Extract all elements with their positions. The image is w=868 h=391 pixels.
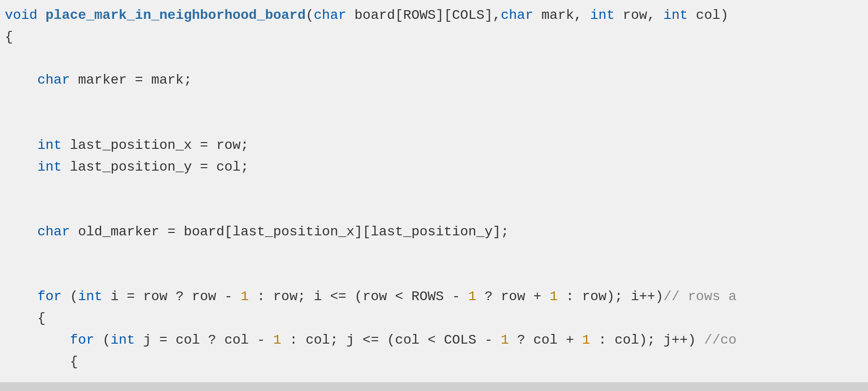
token-plain [5, 138, 37, 153]
token-cm: //co [704, 333, 736, 348]
token-plain: : col; j <= (col < COLS - [281, 333, 501, 348]
code-line-11: char old_marker = board[last_position_x]… [0, 221, 868, 243]
code-editor: void place_mark_in_neighborhood_board(ch… [0, 0, 868, 391]
token-plain: i = row ? row - [103, 289, 241, 304]
token-plain [5, 72, 37, 87]
code-line-8: int last_position_y = col; [0, 157, 868, 178]
token-plain: last_position_y = col; [62, 159, 249, 174]
token-plain: row, [614, 8, 663, 23]
code-line-14: for (int i = row ? row - 1 : row; i <= (… [0, 286, 868, 308]
code-line-13 [0, 265, 868, 287]
code-line-12 [0, 243, 868, 265]
token-kw: int [37, 159, 61, 174]
code-line-6 [0, 113, 868, 135]
token-plain: { [5, 311, 45, 326]
token-plain [5, 333, 70, 348]
token-cm: // rows a [663, 289, 736, 304]
horizontal-scrollbar[interactable] [0, 382, 868, 391]
token-kw: int [78, 289, 102, 304]
token-plain: old_marker = board[last_position_x][last… [70, 224, 509, 239]
token-plain: : row; i <= (row < ROWS - [249, 289, 468, 304]
token-kw: char [314, 8, 346, 23]
token-plain [5, 289, 37, 304]
token-plain: ? col + [509, 333, 582, 348]
token-plain: col) [688, 8, 729, 23]
token-kw: char [37, 224, 70, 239]
token-num: 1 [468, 289, 477, 304]
token-plain: : col); j++) [590, 333, 704, 348]
code-line-15: { [0, 308, 868, 330]
token-plain: ( [94, 333, 111, 348]
token-kw: void [5, 8, 37, 23]
token-num: 1 [501, 333, 509, 348]
token-kw: int [590, 8, 614, 23]
token-num: 1 [273, 333, 282, 348]
token-plain: : row); i++) [558, 289, 663, 304]
token-plain: ( [306, 8, 314, 23]
code-line-16: for (int j = col ? col - 1 : col; j <= (… [0, 330, 868, 351]
token-plain: mark, [533, 8, 590, 23]
token-plain: marker = mark; [70, 72, 192, 87]
token-kw: int [110, 333, 135, 348]
token-kw: for [70, 333, 94, 348]
token-num: 1 [550, 289, 558, 304]
token-plain: { [5, 29, 13, 44]
code-line-10 [0, 200, 868, 221]
code-content: void place_mark_in_neighborhood_board(ch… [0, 5, 868, 391]
token-plain: board[ROWS][COLS], [346, 8, 501, 23]
code-line-7: int last_position_x = row; [0, 135, 868, 157]
token-fn: place_mark_in_neighborhood_board [45, 8, 306, 23]
code-line-5 [0, 91, 868, 113]
code-line-3 [0, 48, 868, 70]
token-num: 1 [240, 289, 249, 304]
code-line-2: { [0, 27, 868, 48]
token-plain: ( [62, 289, 78, 304]
code-line-9 [0, 178, 868, 200]
token-kw: int [37, 138, 61, 153]
code-line-4: char marker = mark; [0, 70, 868, 91]
token-kw: int [663, 8, 688, 23]
token-plain [37, 8, 45, 23]
code-line-17: { [0, 351, 868, 373]
token-plain: { [5, 354, 78, 369]
token-num: 1 [582, 333, 590, 348]
token-kw: char [37, 72, 70, 87]
token-kw: for [37, 289, 61, 304]
token-plain [5, 224, 37, 239]
token-plain: last_position_x = row; [62, 138, 249, 153]
token-plain: j = col ? col - [135, 333, 273, 348]
code-line-1: void place_mark_in_neighborhood_board(ch… [0, 5, 868, 27]
token-plain [5, 159, 37, 174]
token-plain: ? row + [477, 289, 550, 304]
token-kw: char [501, 8, 533, 23]
